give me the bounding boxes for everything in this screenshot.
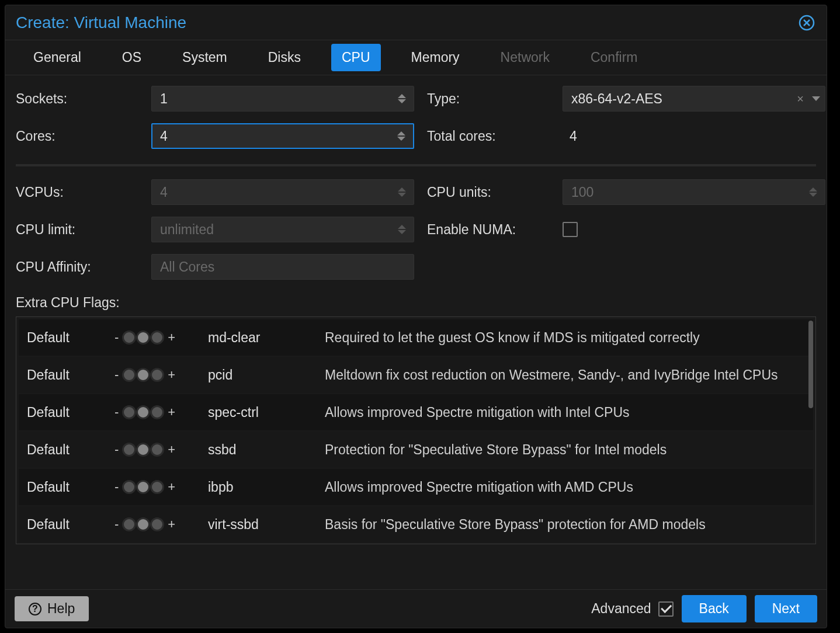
flag-tristate[interactable]: -+ [114, 479, 208, 495]
cpu-grid-top: Sockets: 1 Type: x86-64-v2-AES × Cores: … [16, 86, 816, 149]
cores-spinner[interactable] [394, 124, 408, 148]
sockets-input[interactable]: 1 [151, 86, 414, 112]
cpu-flag-row: Default-+ssbdProtection for "Speculative… [19, 432, 813, 469]
chevron-down-icon [398, 99, 406, 103]
tristate-default-icon [136, 517, 150, 531]
tab-cpu[interactable]: CPU [331, 44, 381, 71]
tristate-default-icon [136, 480, 150, 494]
type-label: Type: [427, 91, 550, 107]
flag-description: Required to let the guest OS know if MDS… [325, 330, 805, 346]
tab-general[interactable]: General [23, 44, 92, 71]
cpuunits-input[interactable]: 100 [563, 179, 825, 205]
flag-tristate[interactable]: -+ [114, 367, 208, 382]
advanced-label: Advanced [591, 601, 651, 617]
tristate-off-icon [122, 405, 136, 419]
flag-name: virt-ssbd [208, 517, 325, 533]
tristate-on-icon [150, 368, 164, 382]
tristate-off-icon [122, 517, 136, 531]
tristate-default-icon [136, 331, 150, 345]
flag-state: Default [27, 442, 114, 458]
cpu-flag-row: Default-+pcidMeltdown fix cost reduction… [19, 357, 813, 394]
type-combobox[interactable]: x86-64-v2-AES × [563, 86, 825, 112]
flag-name: spec-ctrl [208, 405, 325, 420]
dialog-title: Create: Virtual Machine [16, 13, 797, 32]
chevron-down-icon [398, 230, 406, 234]
tristate-off-icon [122, 443, 136, 457]
cpu-flags-list: Default-+md-clearRequired to let the gue… [16, 317, 815, 544]
cpuunits-spinner[interactable] [806, 180, 820, 204]
affinity-input[interactable]: All Cores [151, 254, 414, 280]
flag-name: ssbd [208, 442, 325, 458]
help-button[interactable]: ? Help [15, 596, 89, 621]
back-button[interactable]: Back [682, 595, 747, 622]
tristate-off-icon [122, 331, 136, 345]
chevron-down-icon [397, 137, 405, 141]
flag-tristate[interactable]: -+ [114, 442, 208, 457]
close-button[interactable] [797, 13, 816, 32]
sockets-value: 1 [160, 91, 390, 107]
tristate-off-icon [122, 368, 136, 382]
flag-state: Default [27, 330, 114, 346]
advanced-checkbox[interactable] [658, 601, 674, 617]
chevron-up-icon [398, 225, 406, 229]
next-button[interactable]: Next [755, 595, 817, 622]
chevron-down-icon [809, 193, 817, 197]
cores-value: 4 [160, 128, 390, 144]
sockets-spinner[interactable] [395, 86, 409, 111]
flag-tristate[interactable]: -+ [114, 330, 208, 345]
type-value: x86-64-v2-AES [571, 91, 801, 107]
plus-icon: + [168, 405, 175, 420]
minus-icon: - [114, 405, 119, 420]
cores-input[interactable]: 4 [151, 123, 414, 149]
flag-description: Basis for "Speculative Store Bypass" pro… [325, 517, 805, 533]
affinity-placeholder: All Cores [160, 259, 390, 275]
cpu-flag-row: Default-+ibpbAllows improved Spectre mit… [19, 469, 813, 506]
flag-description: Allows improved Spectre mitigation with … [325, 405, 805, 420]
flag-description: Allows improved Spectre mitigation with … [325, 479, 805, 495]
tab-os[interactable]: OS [112, 44, 152, 71]
cpulimit-spinner[interactable] [395, 217, 409, 242]
cpulimit-input[interactable]: unlimited [151, 217, 414, 242]
scrollbar-thumb[interactable] [808, 321, 813, 408]
vcpus-spinner[interactable] [395, 180, 409, 204]
cpu-grid-adv: VCPUs: 4 CPU units: 100 CPU limit: unlim… [16, 179, 816, 280]
clear-icon[interactable]: × [797, 92, 804, 106]
tab-disks[interactable]: Disks [258, 44, 311, 71]
create-vm-dialog: Create: Virtual Machine General OS Syste… [5, 5, 827, 628]
flag-tristate[interactable]: -+ [114, 517, 208, 532]
tab-memory[interactable]: Memory [401, 44, 470, 71]
flag-description: Protection for "Speculative Store Bypass… [325, 442, 805, 458]
extra-flags-label: Extra CPU Flags: [16, 295, 816, 311]
minus-icon: - [114, 330, 119, 345]
plus-icon: + [168, 367, 175, 382]
vcpus-value: 4 [160, 185, 390, 200]
tristate-default-icon [136, 443, 150, 457]
tab-confirm: Confirm [580, 44, 648, 71]
cpulimit-label: CPU limit: [16, 222, 138, 238]
minus-icon: - [114, 517, 119, 532]
tristate-on-icon [150, 443, 164, 457]
chevron-up-icon [809, 187, 817, 192]
advanced-toggle[interactable]: Advanced [591, 601, 673, 617]
tristate-off-icon [122, 480, 136, 494]
vcpus-input[interactable]: 4 [151, 179, 414, 205]
flag-tristate[interactable]: -+ [114, 405, 208, 420]
cores-label: Cores: [16, 128, 138, 144]
cpuunits-label: CPU units: [427, 185, 550, 200]
help-icon: ? [29, 603, 41, 615]
tristate-default-icon [136, 368, 150, 382]
cpu-flag-row: Default-+md-clearRequired to let the gue… [19, 319, 813, 357]
cpuunits-value: 100 [571, 185, 801, 200]
wizard-tabs: General OS System Disks CPU Memory Netwo… [5, 40, 827, 75]
minus-icon: - [114, 479, 119, 495]
tristate-on-icon [150, 405, 164, 419]
tristate-on-icon [150, 517, 164, 531]
flag-name: ibpb [208, 479, 325, 495]
tab-system[interactable]: System [172, 44, 238, 71]
tristate-on-icon [150, 480, 164, 494]
chevron-up-icon [397, 131, 405, 135]
cpu-flag-row: Default-+spec-ctrlAllows improved Spectr… [19, 394, 813, 432]
numa-checkbox[interactable] [563, 222, 578, 237]
chevron-down-icon [812, 96, 820, 101]
flag-state: Default [27, 517, 114, 533]
